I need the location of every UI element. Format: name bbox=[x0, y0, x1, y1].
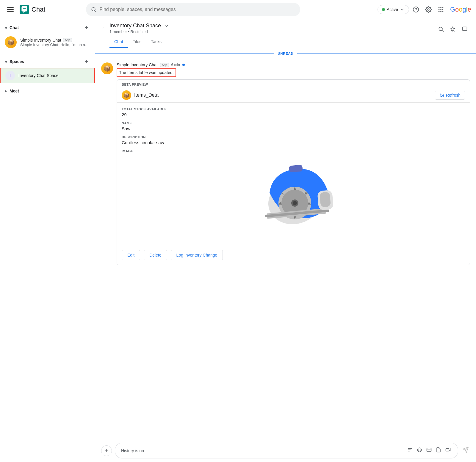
format-text-icon bbox=[407, 447, 413, 452]
unread-divider: UNREAD bbox=[95, 52, 476, 55]
space-item-name: Inventory Chat Space bbox=[18, 73, 59, 78]
active-dot-icon bbox=[382, 8, 385, 11]
svg-point-12 bbox=[440, 9, 441, 10]
svg-point-26 bbox=[293, 201, 297, 205]
format-text-button[interactable] bbox=[406, 446, 414, 455]
settings-button[interactable] bbox=[423, 4, 434, 15]
settings-icon bbox=[425, 6, 432, 13]
video-call-icon bbox=[445, 447, 451, 452]
apps-button[interactable] bbox=[435, 4, 447, 15]
space-list-item[interactable]: I Inventory Chat Space bbox=[0, 68, 95, 83]
svg-point-9 bbox=[440, 7, 441, 8]
mention-button[interactable] bbox=[425, 446, 433, 455]
back-button[interactable]: ← bbox=[101, 23, 109, 32]
chat-item-badge: App bbox=[63, 38, 72, 42]
emoji-icon bbox=[417, 447, 422, 452]
chat-space-meta: 1 member • Restricted bbox=[109, 29, 436, 34]
svg-point-15 bbox=[440, 11, 441, 12]
card-field-name-value: Saw bbox=[122, 126, 465, 131]
thread-button[interactable] bbox=[459, 24, 470, 34]
add-chat-button[interactable]: + bbox=[83, 24, 90, 32]
card-field-stock-label: TOTAL STOCK AVAILABLE bbox=[122, 107, 465, 111]
chat-section-title: ▾ Chat bbox=[5, 25, 19, 31]
active-label: Active bbox=[387, 7, 398, 12]
chat-header-title-row: Inventory Chat Space bbox=[109, 23, 436, 29]
chat-space-name: Inventory Chat Space bbox=[109, 23, 161, 29]
pin-button[interactable] bbox=[447, 24, 458, 34]
edit-button[interactable]: Edit bbox=[122, 250, 140, 260]
refresh-button[interactable]: Refresh bbox=[435, 91, 465, 100]
meet-section-label: Meet bbox=[10, 89, 19, 93]
unread-label: UNREAD bbox=[274, 52, 297, 55]
log-inventory-change-button[interactable]: Log Inventory Change bbox=[171, 250, 223, 260]
chat-list-item[interactable]: 📦 Simple Inventory Chat App Simple Inven… bbox=[0, 34, 95, 51]
chat-header: ← Inventory Chat Space 1 member • Restri… bbox=[95, 19, 476, 48]
search-chat-button[interactable] bbox=[436, 24, 446, 34]
svg-point-39 bbox=[417, 448, 422, 452]
chat-section-header[interactable]: ▾ Chat + bbox=[0, 21, 95, 34]
add-message-button[interactable]: + bbox=[101, 445, 112, 456]
message-content: Simple Inventory Chat App 6 min The Item… bbox=[117, 62, 470, 265]
video-call-button[interactable] bbox=[444, 446, 452, 455]
active-status-badge[interactable]: Active bbox=[378, 5, 409, 14]
chat-item-info: Simple Inventory Chat App Simple Invento… bbox=[20, 38, 90, 47]
tab-chat[interactable]: Chat bbox=[109, 36, 128, 48]
emoji-button[interactable] bbox=[416, 446, 423, 455]
message-avatar-image: 📦 bbox=[101, 62, 113, 74]
search-input[interactable] bbox=[100, 7, 295, 12]
tab-files[interactable]: Files bbox=[128, 36, 146, 48]
tab-tasks[interactable]: Tasks bbox=[146, 36, 166, 48]
chat-section-label: Chat bbox=[10, 25, 19, 30]
card-field-name-label: NAME bbox=[122, 121, 465, 125]
chat-tabs: Chat Files Tasks bbox=[109, 36, 436, 48]
svg-point-13 bbox=[442, 9, 444, 10]
message-unread-dot bbox=[182, 64, 185, 66]
chat-header-actions bbox=[436, 24, 470, 34]
card-title: Items_Detail bbox=[134, 92, 161, 98]
attach-button[interactable] bbox=[435, 446, 442, 455]
svg-rect-42 bbox=[427, 448, 431, 452]
message-time: 6 min bbox=[171, 63, 180, 67]
message-input-placeholder: History is on bbox=[121, 448, 144, 453]
google-logo: Google bbox=[450, 6, 471, 13]
svg-rect-38 bbox=[320, 192, 331, 208]
svg-point-16 bbox=[442, 11, 444, 12]
spaces-section-header[interactable]: ▾ Spaces + bbox=[0, 55, 95, 68]
card-beta-label: BETA PREVIEW bbox=[117, 80, 470, 88]
card-field-description-label: DESCRIPTION bbox=[122, 135, 465, 139]
space-dropdown-icon[interactable] bbox=[163, 23, 169, 29]
card-actions: Edit Delete Log Inventory Change bbox=[117, 245, 470, 265]
search-icon bbox=[91, 7, 97, 12]
card-image-area bbox=[122, 157, 465, 240]
card-header: 📦 Items_Detail Refresh bbox=[117, 88, 470, 103]
svg-rect-20 bbox=[463, 27, 467, 31]
unread-line-left bbox=[95, 54, 274, 54]
search-bar[interactable] bbox=[86, 3, 300, 16]
chat-avatar-image: 📦 bbox=[5, 36, 17, 48]
message-input-box[interactable]: History is on bbox=[115, 443, 458, 458]
app-logo[interactable]: Chat bbox=[20, 5, 45, 14]
meet-section-header[interactable]: ▸ Meet bbox=[5, 88, 90, 94]
svg-point-10 bbox=[442, 7, 444, 8]
chat-header-info: Inventory Chat Space 1 member • Restrict… bbox=[109, 23, 436, 48]
add-space-button[interactable]: + bbox=[83, 58, 90, 65]
help-button[interactable] bbox=[410, 4, 422, 15]
hamburger-button[interactable] bbox=[5, 5, 16, 14]
chevron-down-icon bbox=[400, 7, 405, 12]
chat-logo-icon bbox=[20, 5, 29, 14]
message-sender-badge: App bbox=[160, 63, 169, 67]
message-header: Simple Inventory Chat App 6 min bbox=[117, 62, 470, 67]
content-area: ← Inventory Chat Space 1 member • Restri… bbox=[95, 19, 476, 462]
chat-item-preview: Simple Inventory Chat: Hello, I'm an awe… bbox=[20, 43, 90, 47]
card-body: TOTAL STOCK AVAILABLE 29 NAME Saw DESCRI… bbox=[117, 103, 470, 245]
pin-icon bbox=[450, 26, 456, 32]
message-text-highlighted: The Items table was updated. bbox=[117, 68, 176, 77]
chat-item-name: Simple Inventory Chat bbox=[20, 38, 61, 43]
card-field-image: IMAGE bbox=[122, 149, 465, 153]
circular-saw-image bbox=[249, 163, 338, 234]
search-chat-icon bbox=[438, 26, 444, 32]
send-button[interactable] bbox=[461, 445, 470, 456]
card-field-description: DESCRIPTION Cordless circular saw bbox=[122, 135, 465, 145]
delete-button[interactable]: Delete bbox=[144, 250, 167, 260]
card-field-stock: TOTAL STOCK AVAILABLE 29 bbox=[122, 107, 465, 117]
